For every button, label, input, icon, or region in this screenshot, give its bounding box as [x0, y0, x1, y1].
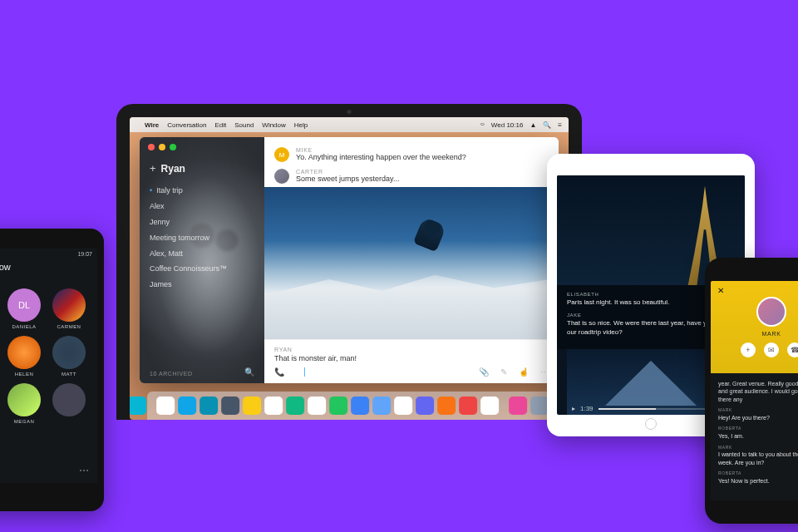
dock-app-icon[interactable]: [200, 397, 218, 415]
call-icon[interactable]: ☎: [787, 342, 798, 357]
message-author: MARK: [718, 407, 798, 413]
dock-app-icon[interactable]: [264, 397, 283, 415]
profile-avatar[interactable]: [756, 297, 786, 327]
conversation-item[interactable]: Alex: [150, 199, 254, 214]
person-avatar[interactable]: CARMEN: [49, 288, 89, 329]
screen-title: ert tomorrow: [0, 262, 91, 272]
avatar: [274, 169, 289, 184]
dock-app-icon[interactable]: [243, 397, 261, 415]
dock-app-icon[interactable]: [372, 397, 391, 415]
camera-dot: [347, 110, 352, 114]
conversation-list: Italy tripAlexJennyMeeting tomorrowAlex,…: [150, 183, 254, 293]
person-avatar[interactable]: [49, 383, 89, 424]
person-name: HELEN: [15, 372, 33, 377]
dock-app-icon[interactable]: [394, 397, 412, 415]
mac-menubar: Wire Conversation Edit Sound Window Help…: [130, 117, 569, 132]
message-row: M MIKE Yo. Anything interesting happen o…: [264, 137, 559, 165]
dock-app-icon[interactable]: [351, 397, 369, 415]
progress-bar[interactable]: [598, 408, 719, 410]
dock-app-icon[interactable]: [156, 397, 175, 415]
video-time: 1:39: [580, 405, 594, 412]
call-icon[interactable]: 📞: [274, 367, 284, 377]
message-text: I wanted to talk to you about the gig ne…: [718, 451, 798, 466]
profile-header: ✕ MARK + ✉ ☎: [711, 281, 798, 373]
close-icon[interactable]: ✕: [717, 286, 724, 295]
dock-app-icon[interactable]: [480, 397, 499, 415]
conversation-item[interactable]: Jenny: [150, 214, 254, 230]
mac-dock[interactable]: [147, 392, 551, 420]
message-author: CARTER: [296, 169, 549, 175]
conversation-sidebar: + Ryan Italy tripAlexJennyMeeting tomorr…: [140, 137, 264, 383]
wire-app-window: + Ryan Italy tripAlexJennyMeeting tomorr…: [140, 137, 559, 383]
message-text: year. Great venue. Really good sound and…: [718, 380, 798, 403]
window-controls[interactable]: [148, 144, 176, 150]
composer: RYAN That is monster air, man! 📞 📎 ✎ ☝ ⋯: [264, 339, 559, 383]
conversation-item[interactable]: Italy trip: [150, 183, 254, 199]
dock-app-icon[interactable]: [459, 397, 477, 415]
ping-icon[interactable]: ☝: [519, 367, 529, 377]
attach-icon[interactable]: 📎: [479, 367, 489, 377]
conversation-item[interactable]: Coffee Connoisseurs™: [150, 261, 254, 277]
composer-author: RYAN: [274, 347, 549, 352]
dock-app-icon[interactable]: [437, 397, 456, 415]
screen-subtitle: ople: [0, 273, 91, 278]
mail-icon[interactable]: ✉: [764, 342, 779, 357]
avatar: M: [274, 147, 289, 162]
message-row: CARTER Some sweet jumps yesterday...: [264, 165, 559, 187]
more-icon[interactable]: ⋯: [79, 465, 89, 476]
dock-app-icon[interactable]: [530, 397, 549, 415]
text-cursor[interactable]: [304, 367, 305, 377]
conversation-item[interactable]: James: [150, 277, 254, 293]
person-avatar[interactable]: MEGAN: [4, 383, 44, 424]
menu-edit[interactable]: Edit: [214, 121, 226, 129]
person-name: MEGAN: [14, 419, 34, 424]
conversation-item[interactable]: Meeting tomorrow: [150, 230, 254, 246]
message-author: MIKE: [296, 147, 549, 153]
composer-text: That is monster air, man!: [274, 354, 549, 362]
dock-app-icon[interactable]: [509, 397, 527, 415]
menu-window[interactable]: Window: [262, 121, 285, 129]
hero-stage: Wire Conversation Edit Sound Window Help…: [0, 0, 798, 532]
macbook-device: Wire Conversation Edit Sound Window Help…: [116, 104, 582, 420]
menu-icon[interactable]: ≡: [558, 121, 562, 129]
status-time: 19:07: [77, 251, 92, 257]
message-author: ROBERTA: [718, 470, 798, 476]
dock-app-icon[interactable]: [130, 397, 146, 415]
menubar-app[interactable]: Wire: [145, 121, 159, 129]
person-avatar[interactable]: DLDANIELA: [4, 288, 44, 329]
dock-app-icon[interactable]: [286, 397, 304, 415]
message-text: Yes! Now is perfect.: [718, 477, 798, 485]
dock-app-icon[interactable]: [329, 397, 347, 415]
message-image[interactable]: [264, 187, 559, 339]
clock: Wed 10:16: [491, 121, 524, 129]
person-name: MATT: [62, 372, 76, 377]
menu-conversation[interactable]: Conversation: [167, 121, 206, 129]
sidebar-search-icon[interactable]: 🔍: [244, 367, 254, 377]
dock-app-icon[interactable]: [221, 397, 239, 415]
sketch-icon[interactable]: ✎: [500, 367, 507, 377]
person-avatar[interactable]: MATT: [49, 336, 89, 377]
add-conversation-icon[interactable]: +: [150, 162, 156, 175]
play-icon[interactable]: ▸: [572, 405, 575, 412]
home-button[interactable]: [645, 418, 657, 430]
menu-help[interactable]: Help: [294, 121, 308, 129]
profile-name: MARK: [761, 331, 781, 337]
add-icon[interactable]: +: [741, 342, 756, 357]
android-device: 19:07 ert tomorrow ople DLDANIELACARMENC…: [0, 229, 104, 511]
iphone-device: ✕ MARK + ✉ ☎ year. Great venue. Really g…: [705, 258, 798, 524]
louvre-pyramid: [605, 361, 697, 406]
person-avatar[interactable]: HELEN: [4, 336, 44, 377]
search-icon[interactable]: 🔍: [543, 121, 551, 129]
menu-sound[interactable]: Sound: [234, 121, 254, 129]
current-user[interactable]: Ryan: [161, 163, 185, 175]
person-name: DANIELA: [12, 324, 36, 329]
dock-app-icon[interactable]: [178, 397, 196, 415]
user-icon[interactable]: ▲: [530, 121, 536, 129]
dock-app-icon[interactable]: [416, 397, 434, 415]
message-text: Some sweet jumps yesterday...: [296, 175, 549, 183]
message-text: Hey! Are you there?: [718, 414, 798, 421]
archived-label[interactable]: 10 ARCHIVED: [150, 371, 193, 377]
dock-app-icon[interactable]: [308, 397, 326, 415]
people-grid: DLDANIELACARMENCAHELENMATTSOSASHAMEGAN: [0, 288, 91, 424]
conversation-item[interactable]: Alex, Matt: [150, 246, 254, 262]
